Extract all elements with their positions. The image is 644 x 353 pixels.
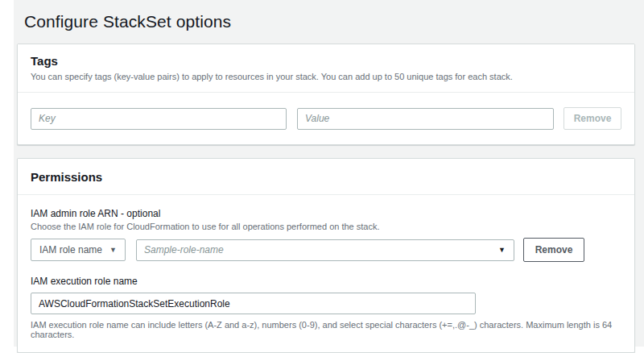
permissions-heading: Permissions bbox=[31, 170, 621, 184]
page-title: Configure StackSet options bbox=[24, 12, 635, 31]
tags-card-body: Remove bbox=[18, 93, 634, 144]
tags-card-header: Tags You can specify tags (key-value pai… bbox=[18, 44, 634, 93]
tags-heading: Tags bbox=[31, 54, 621, 68]
execution-role-field: IAM execution role name IAM execution ro… bbox=[31, 276, 621, 339]
admin-role-label: IAM admin role ARN - optional bbox=[31, 208, 621, 219]
tags-description: You can specify tags (key-value pairs) t… bbox=[31, 71, 621, 83]
execution-role-label: IAM execution role name bbox=[31, 276, 621, 287]
chevron-down-icon[interactable]: ▼ bbox=[498, 246, 506, 254]
role-name-combo: ▼ bbox=[136, 239, 514, 261]
admin-role-description: Choose the IAM role for CloudFormation t… bbox=[31, 222, 621, 231]
role-name-input[interactable] bbox=[136, 239, 514, 261]
chevron-down-icon: ▼ bbox=[109, 246, 117, 254]
execution-role-constraint: IAM execution role name can include lett… bbox=[31, 320, 621, 339]
role-type-selected-value: IAM role name bbox=[39, 244, 102, 255]
permissions-card-body: IAM admin role ARN - optional Choose the… bbox=[18, 195, 634, 352]
admin-role-remove-button[interactable]: Remove bbox=[523, 238, 584, 262]
tag-key-input[interactable] bbox=[31, 108, 287, 130]
admin-role-field: IAM admin role ARN - optional Choose the… bbox=[31, 208, 621, 262]
execution-role-input[interactable] bbox=[31, 293, 476, 314]
permissions-card-header: Permissions bbox=[18, 159, 634, 195]
tag-remove-button[interactable]: Remove bbox=[564, 107, 621, 130]
console-content-area: Configure StackSet options Tags You can … bbox=[14, 0, 644, 347]
permissions-card: Permissions IAM admin role ARN - optiona… bbox=[17, 158, 635, 353]
role-type-select[interactable]: IAM role name ▼ bbox=[31, 239, 126, 261]
tag-row: Remove bbox=[31, 107, 621, 130]
tag-value-input[interactable] bbox=[297, 108, 554, 130]
tags-card: Tags You can specify tags (key-value pai… bbox=[17, 44, 635, 145]
admin-role-row: IAM role name ▼ ▼ Remove bbox=[31, 238, 621, 262]
